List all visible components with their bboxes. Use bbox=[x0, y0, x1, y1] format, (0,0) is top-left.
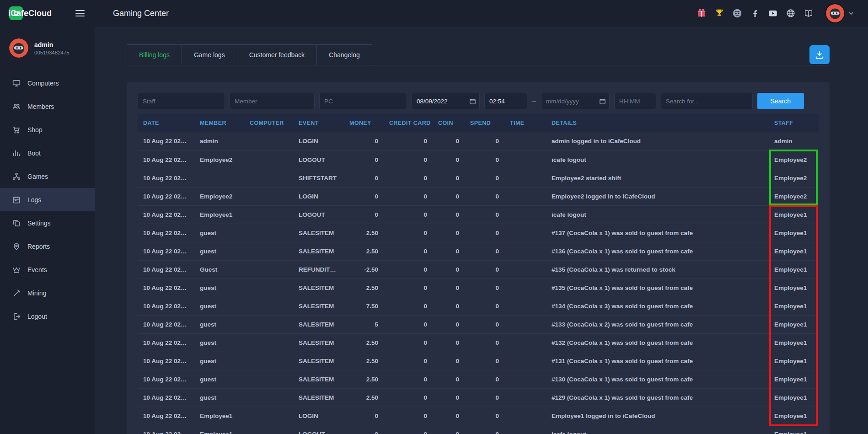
col-time: TIME bbox=[504, 114, 546, 132]
cell-member: Employee2 bbox=[194, 187, 244, 205]
staff-input[interactable] bbox=[138, 93, 225, 109]
cell-money: 0 bbox=[344, 425, 384, 434]
sidebar-item-logs[interactable]: Logs bbox=[0, 188, 95, 211]
menu-toggle-icon[interactable] bbox=[75, 10, 85, 16]
cell-details: #134 (CocaCola x 3) was sold to guest fr… bbox=[546, 297, 769, 315]
boot-icon bbox=[12, 149, 21, 157]
cell-time bbox=[504, 388, 546, 407]
cell-coin: 0 bbox=[433, 224, 465, 242]
time-from-input[interactable] bbox=[484, 93, 527, 109]
sidebar-item-label: Computers bbox=[27, 80, 59, 87]
cell-time bbox=[504, 169, 546, 187]
members-icon bbox=[12, 102, 21, 111]
cell-event: REFUNDITEM bbox=[293, 260, 344, 279]
pc-input[interactable] bbox=[319, 93, 407, 109]
cell-credit-card: 0 bbox=[384, 242, 433, 260]
globe-icon[interactable] bbox=[785, 8, 796, 19]
cell-member: Employee1 bbox=[194, 407, 244, 425]
youtube-icon[interactable] bbox=[767, 8, 778, 19]
cell-event: LOGIN bbox=[293, 187, 344, 205]
table-row: 10 Aug 22 02:54adminLOGIN0000admin logge… bbox=[138, 132, 819, 150]
user-avatar[interactable] bbox=[826, 4, 844, 22]
facebook-icon[interactable] bbox=[750, 8, 761, 19]
cell-computer bbox=[244, 297, 293, 315]
cell-time bbox=[504, 260, 546, 279]
search-button[interactable]: Search bbox=[757, 93, 804, 109]
cell-time bbox=[504, 352, 546, 370]
date-from-input[interactable] bbox=[412, 93, 480, 109]
discord-icon[interactable] bbox=[732, 8, 743, 19]
sidebar-item-label: Logs bbox=[27, 196, 41, 204]
member-input[interactable] bbox=[230, 93, 315, 109]
date-to-input[interactable] bbox=[541, 93, 610, 109]
download-button[interactable] bbox=[809, 45, 830, 64]
trophy-icon[interactable] bbox=[714, 8, 725, 19]
sidebar-item-shop[interactable]: Shop bbox=[0, 118, 95, 141]
cell-details: #131 (CocaCola x 1) was sold to guest fr… bbox=[546, 352, 769, 370]
tab-changelog[interactable]: Changelog bbox=[316, 44, 372, 65]
cell-details: #137 (CocaCola x 1) was sold to guest fr… bbox=[546, 224, 769, 242]
cell-staff: Employee1 bbox=[769, 224, 819, 242]
sidebar-item-label: Boot bbox=[27, 150, 41, 157]
sidebar-item-mining[interactable]: Mining bbox=[0, 281, 95, 305]
gift-icon[interactable] bbox=[696, 8, 707, 19]
cell-credit-card: 0 bbox=[384, 260, 433, 279]
cell-date: 10 Aug 22 02:50 bbox=[138, 388, 194, 407]
cell-date: 10 Aug 22 02:53 bbox=[138, 187, 194, 205]
cell-computer bbox=[244, 352, 293, 370]
cell-event: LOGIN bbox=[293, 407, 344, 425]
tab-customer-feedback[interactable]: Customer feedback bbox=[237, 44, 317, 65]
search-input[interactable] bbox=[661, 93, 753, 109]
sidebar-user-avatar bbox=[9, 38, 28, 58]
sidebar: admin 005193482475 Computers Members Sho… bbox=[0, 27, 95, 434]
cell-credit-card: 0 bbox=[384, 297, 433, 315]
cell-coin: 0 bbox=[433, 352, 465, 370]
cell-spend: 0 bbox=[465, 297, 504, 315]
col-date: DATE bbox=[138, 114, 194, 132]
cell-staff: Employee1 bbox=[769, 425, 819, 434]
col-coin: COIN bbox=[433, 114, 465, 132]
sidebar-item-label: Events bbox=[27, 266, 47, 273]
sidebar-item-computers[interactable]: Computers bbox=[0, 71, 95, 95]
cell-money: 2.50 bbox=[344, 279, 384, 297]
cell-staff: Employee1 bbox=[769, 370, 819, 388]
cell-time bbox=[504, 150, 546, 169]
cell-spend: 0 bbox=[465, 279, 504, 297]
settings-icon bbox=[12, 219, 21, 227]
sidebar-item-members[interactable]: Members bbox=[0, 95, 95, 118]
cell-details: #135 (CocaCola x 1) was returned to stoc… bbox=[546, 260, 769, 279]
cell-coin: 0 bbox=[433, 370, 465, 388]
table-row: 10 Aug 22 02:51guestSALESITEM5000#133 (C… bbox=[138, 315, 819, 333]
cell-date: 10 Aug 22 02:50 bbox=[138, 352, 194, 370]
cell-details: Employee2 logged in to iCafeCloud bbox=[546, 187, 769, 205]
table-row: 10 Aug 22 02:50guestSALESITEM2.50000#130… bbox=[138, 370, 819, 388]
cell-date: 10 Aug 22 02:50 bbox=[138, 333, 194, 352]
cell-details: icafe logout bbox=[546, 205, 769, 224]
book-icon[interactable] bbox=[803, 8, 814, 19]
sidebar-item-events[interactable]: Events bbox=[0, 258, 95, 281]
sidebar-item-reports[interactable]: Reports bbox=[0, 235, 95, 258]
col-staff: STAFF bbox=[769, 114, 819, 132]
cell-coin: 0 bbox=[433, 407, 465, 425]
table-row: 10 Aug 22 02:51guestSALESITEM7.50000#134… bbox=[138, 297, 819, 315]
tab-billing-logs[interactable]: Billing logs bbox=[127, 44, 182, 65]
cell-event: LOGOUT bbox=[293, 425, 344, 434]
tab-game-logs[interactable]: Game logs bbox=[182, 44, 237, 65]
sidebar-item-logout[interactable]: Logout bbox=[0, 305, 95, 328]
sidebar-item-settings[interactable]: Settings bbox=[0, 211, 95, 235]
chevron-down-icon[interactable] bbox=[848, 10, 854, 16]
cell-credit-card: 0 bbox=[384, 205, 433, 224]
cell-computer bbox=[244, 260, 293, 279]
cell-coin: 0 bbox=[433, 425, 465, 434]
sidebar-item-games[interactable]: Games bbox=[0, 165, 95, 188]
cell-credit-card: 0 bbox=[384, 150, 433, 169]
cell-date: 10 Aug 22 02:52 bbox=[138, 205, 194, 224]
user-menu[interactable] bbox=[826, 4, 868, 22]
sidebar-item-label: Games bbox=[27, 173, 48, 180]
sidebar-item-boot[interactable]: Boot bbox=[0, 141, 95, 165]
header-icon-bar bbox=[696, 8, 826, 19]
sidebar-item-label: Shop bbox=[27, 126, 43, 134]
cell-coin: 0 bbox=[433, 297, 465, 315]
cell-spend: 0 bbox=[465, 150, 504, 169]
time-to-input[interactable] bbox=[614, 93, 656, 109]
